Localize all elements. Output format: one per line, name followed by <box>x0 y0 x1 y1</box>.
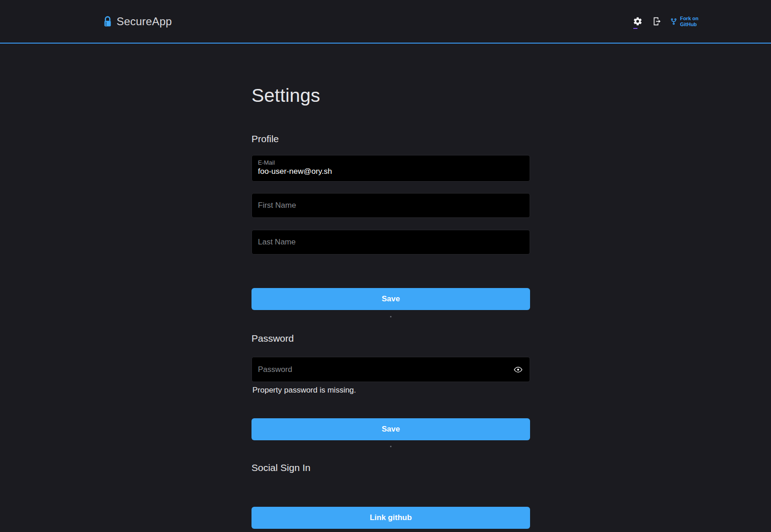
fork-on-github-link[interactable]: Fork on GitHub <box>670 16 698 28</box>
eye-icon <box>514 365 523 374</box>
settings-page: Settings Profile E-Mail Save Password Pr… <box>251 43 530 532</box>
app-title: SecureApp <box>117 15 172 28</box>
navbar-actions: Fork on GitHub <box>631 0 698 43</box>
password-input[interactable] <box>258 365 509 374</box>
settings-icon-button[interactable] <box>631 15 644 28</box>
social-section-heading: Social Sign In <box>251 462 310 473</box>
password-error-message: Property password is missing. <box>252 386 356 395</box>
page-title: Settings <box>251 85 320 106</box>
logout-icon <box>652 17 662 26</box>
password-field-box <box>251 357 530 382</box>
last-name-field-box <box>251 230 530 255</box>
lock-icon <box>103 16 112 28</box>
profile-save-button[interactable]: Save <box>251 288 530 310</box>
toggle-password-visibility-button[interactable] <box>513 364 524 375</box>
git-fork-icon <box>670 18 677 25</box>
logout-icon-button[interactable] <box>651 15 663 28</box>
gear-underline-indicator <box>633 28 637 29</box>
first-name-field-box <box>251 193 530 218</box>
email-field-box: E-Mail <box>251 155 530 182</box>
gear-icon <box>633 17 642 26</box>
first-name-input[interactable] <box>258 201 524 210</box>
link-github-button[interactable]: Link github <box>251 507 530 529</box>
password-save-button[interactable]: Save <box>251 418 530 440</box>
top-navbar: SecureApp <box>0 0 771 44</box>
email-input[interactable] <box>258 167 524 176</box>
password-section-heading: Password <box>251 333 294 344</box>
profile-form-dot <box>390 316 391 317</box>
profile-section-heading: Profile <box>251 133 279 144</box>
app-logo[interactable]: SecureApp <box>103 0 172 43</box>
fork-link-label: Fork on GitHub <box>680 16 698 28</box>
last-name-input[interactable] <box>258 238 524 247</box>
password-form-dot <box>390 446 391 447</box>
email-field-label: E-Mail <box>258 159 524 166</box>
